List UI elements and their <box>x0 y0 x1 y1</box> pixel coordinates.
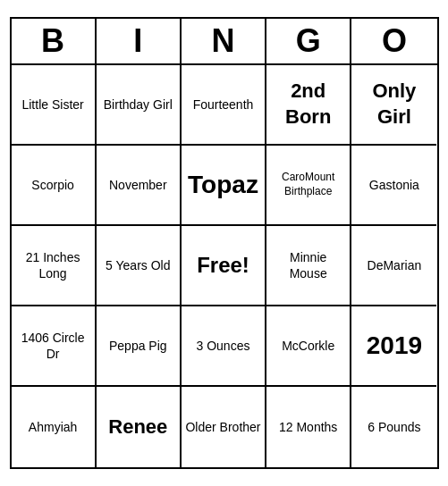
bingo-cell: Little Sister <box>12 65 97 146</box>
bingo-cell: DeMarian <box>351 226 436 306</box>
bingo-cell: 21 Inches Long <box>12 226 97 306</box>
bingo-cell: Only Girl <box>351 65 436 146</box>
bingo-cell: 3 Ounces <box>182 306 266 387</box>
bingo-header-letter: N <box>182 19 266 63</box>
bingo-cell: November <box>97 146 182 226</box>
bingo-cell: 5 Years Old <box>97 226 182 306</box>
bingo-card: BINGO Little SisterBirthday GirlFourteen… <box>10 17 439 469</box>
bingo-cell: Free! <box>182 226 266 306</box>
bingo-cell: Renee <box>97 387 182 467</box>
bingo-cell: Peppa Pig <box>97 306 182 387</box>
bingo-cell: 6 Pounds <box>351 387 436 467</box>
bingo-cell: Minnie Mouse <box>266 226 351 306</box>
bingo-cell: McCorkle <box>266 306 351 387</box>
bingo-cell: Fourteenth <box>182 65 266 146</box>
bingo-grid: Little SisterBirthday GirlFourteenth2nd … <box>12 65 437 467</box>
bingo-header-letter: B <box>12 19 97 63</box>
bingo-cell: Gastonia <box>351 146 436 226</box>
bingo-cell: Scorpio <box>12 146 97 226</box>
bingo-header-letter: O <box>351 19 436 63</box>
bingo-cell: CaroMount Birthplace <box>266 146 351 226</box>
bingo-cell: Birthday Girl <box>97 65 182 146</box>
bingo-header-letter: G <box>266 19 351 63</box>
bingo-cell: Ahmyiah <box>12 387 97 467</box>
bingo-cell: 12 Months <box>266 387 351 467</box>
bingo-cell: 2019 <box>351 306 436 387</box>
bingo-cell: Older Brother <box>182 387 266 467</box>
bingo-cell: Topaz <box>182 146 266 226</box>
bingo-cell: 1406 Circle Dr <box>12 306 97 387</box>
bingo-header-letter: I <box>97 19 182 63</box>
bingo-cell: 2nd Born <box>266 65 351 146</box>
bingo-header: BINGO <box>12 19 437 65</box>
